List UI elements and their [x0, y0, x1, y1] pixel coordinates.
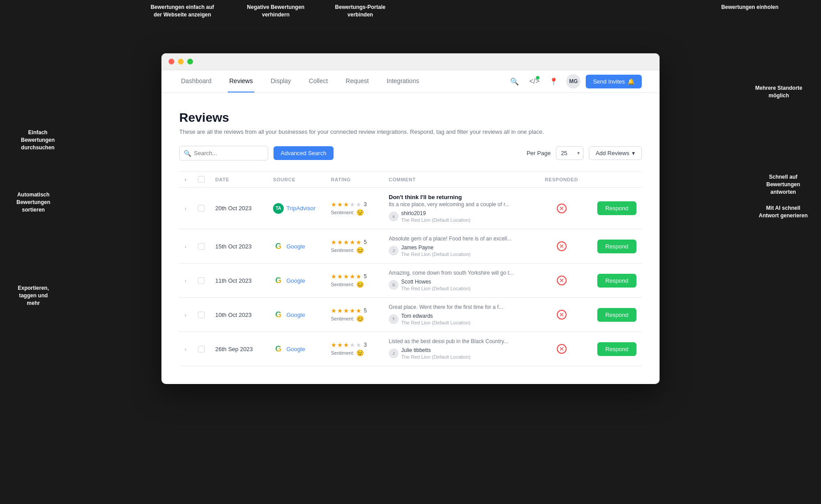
- comment-text: Its a nice place, very welcoming and a c…: [389, 201, 534, 208]
- sentiment: Sentiment: 😟: [331, 349, 378, 356]
- responded-cell: ✕: [539, 298, 584, 332]
- expand-cell[interactable]: ›: [179, 229, 193, 264]
- commenter-location: The Red Lion (Default Location): [401, 354, 471, 360]
- col-check-header: [193, 172, 210, 188]
- commenter-location: The Red Lion (Default Location): [401, 286, 471, 291]
- col-expand-header: ›: [179, 172, 193, 188]
- annotation-einholen: Bewertungen einholen: [714, 4, 785, 11]
- star-2: ★: [337, 341, 343, 348]
- expand-icon[interactable]: ›: [185, 278, 186, 284]
- row-checkbox[interactable]: [198, 277, 205, 284]
- avatar[interactable]: MG: [566, 74, 580, 88]
- google-logo: G: [273, 344, 284, 354]
- nav-collect[interactable]: Collect: [307, 70, 330, 92]
- table-header: › DATE SOURCE RATING COMMENT RESPONDED: [179, 172, 642, 188]
- expand-all-icon[interactable]: ›: [185, 176, 187, 183]
- search-input-wrap: 🔍: [179, 146, 268, 160]
- commenter-name: Julie tibbetts: [401, 347, 471, 353]
- minimize-button[interactable]: [178, 59, 184, 64]
- respond-button[interactable]: Respond: [597, 274, 636, 288]
- row-checkbox[interactable]: [198, 346, 205, 352]
- respond-button[interactable]: Respond: [597, 240, 636, 253]
- commenter-name: Scott Howes: [401, 279, 471, 285]
- nav-display[interactable]: Display: [269, 70, 293, 92]
- close-button[interactable]: [169, 59, 174, 64]
- action-cell[interactable]: Respond: [584, 229, 642, 264]
- sentiment-emoji: 😟: [356, 349, 364, 356]
- maximize-button[interactable]: [187, 59, 193, 64]
- not-responded-icon: ✕: [557, 344, 567, 354]
- sentiment-emoji: 😊: [356, 315, 364, 322]
- expand-icon[interactable]: ›: [185, 346, 186, 352]
- star-1: ★: [331, 307, 337, 314]
- action-cell[interactable]: Respond: [584, 298, 642, 332]
- expand-icon[interactable]: ›: [185, 206, 186, 212]
- expand-icon[interactable]: ›: [185, 244, 186, 250]
- checkbox-cell[interactable]: [193, 229, 210, 264]
- sentiment: Sentiment: 😟: [331, 209, 378, 216]
- source-name[interactable]: Google: [286, 346, 305, 352]
- advanced-search-button[interactable]: Advanced Search: [274, 146, 334, 160]
- source-name[interactable]: Google: [286, 243, 305, 250]
- date-cell: 11th Oct 2023: [210, 264, 268, 298]
- source-name[interactable]: Google: [286, 312, 305, 318]
- star-4: ★: [350, 273, 355, 280]
- expand-cell[interactable]: ›: [179, 332, 193, 366]
- col-source-header: SOURCE: [268, 172, 326, 188]
- star-1: ★: [331, 201, 337, 208]
- code-icon[interactable]: </>: [527, 74, 541, 88]
- responded-cell: ✕: [539, 264, 584, 298]
- action-cell[interactable]: Respond: [584, 188, 642, 229]
- browser-titlebar: [161, 53, 660, 70]
- source-name[interactable]: TripAdvisor: [286, 205, 315, 212]
- source-name[interactable]: Google: [286, 277, 305, 284]
- star-2: ★: [337, 239, 343, 246]
- add-reviews-button[interactable]: Add Reviews ▾: [589, 146, 642, 160]
- table-body: › 20th Oct 2023 TA TripAdvisor ★★★★★3 Se…: [179, 188, 642, 366]
- commenter-location: The Red Lion (Default Location): [401, 217, 471, 223]
- action-cell[interactable]: Respond: [584, 264, 642, 298]
- row-checkbox[interactable]: [198, 243, 205, 250]
- expand-cell[interactable]: ›: [179, 188, 193, 229]
- search-right: Per Page 25 50 100 Add Reviews ▾: [527, 146, 642, 160]
- avatar-initial: T: [392, 317, 395, 321]
- sentiment: Sentiment: 😊: [331, 281, 378, 288]
- expand-cell[interactable]: ›: [179, 298, 193, 332]
- rating-cell: ★★★★★5 Sentiment: 😊: [326, 229, 383, 264]
- nav-right: 🔍 </> 📍 MG Send Invites 🔔: [507, 74, 642, 88]
- not-responded-icon: ✕: [557, 276, 567, 285]
- expand-icon[interactable]: ›: [185, 312, 186, 318]
- search-row: 🔍 Advanced Search Per Page 25 50 100 Add…: [179, 146, 642, 160]
- nav-integrations[interactable]: Integrations: [385, 70, 421, 92]
- checkbox-cell[interactable]: [193, 298, 210, 332]
- main-content: Reviews These are all the reviews from a…: [161, 93, 660, 384]
- select-all-checkbox[interactable]: [198, 176, 205, 183]
- comment-cell: Amazing, come down from south Yorkshire …: [383, 264, 539, 298]
- nav-request[interactable]: Request: [344, 70, 370, 92]
- commenter-info: T Tom edwards The Red Lion (Default Loca…: [389, 313, 534, 325]
- checkbox-cell[interactable]: [193, 264, 210, 298]
- action-cell[interactable]: Respond: [584, 332, 642, 366]
- respond-button[interactable]: Respond: [597, 201, 636, 215]
- comment-text: Absolute gem of a place! Food here is of…: [389, 236, 534, 242]
- commenter-location: The Red Lion (Default Location): [401, 252, 471, 257]
- search-icon[interactable]: 🔍: [507, 74, 522, 88]
- expand-cell[interactable]: ›: [179, 264, 193, 298]
- location-icon[interactable]: 📍: [547, 74, 561, 88]
- respond-button[interactable]: Respond: [597, 308, 636, 322]
- commenter-avatar: J: [389, 348, 398, 358]
- checkbox-cell[interactable]: [193, 332, 210, 366]
- star-4: ★: [350, 201, 355, 208]
- not-responded-icon: ✕: [557, 204, 567, 213]
- commenter-location: The Red Lion (Default Location): [401, 320, 471, 325]
- row-checkbox[interactable]: [198, 205, 205, 212]
- respond-button[interactable]: Respond: [597, 342, 636, 356]
- nav-reviews[interactable]: Reviews: [228, 70, 255, 92]
- per-page-select[interactable]: 25 50 100: [556, 146, 584, 160]
- nav-dashboard[interactable]: Dashboard: [179, 70, 213, 92]
- send-invites-button[interactable]: Send Invites 🔔: [586, 75, 642, 88]
- annotation-negative: Negative Bewertungenverhindern: [240, 4, 311, 19]
- checkbox-cell[interactable]: [193, 188, 210, 229]
- row-checkbox[interactable]: [198, 312, 205, 318]
- search-input[interactable]: [179, 146, 268, 160]
